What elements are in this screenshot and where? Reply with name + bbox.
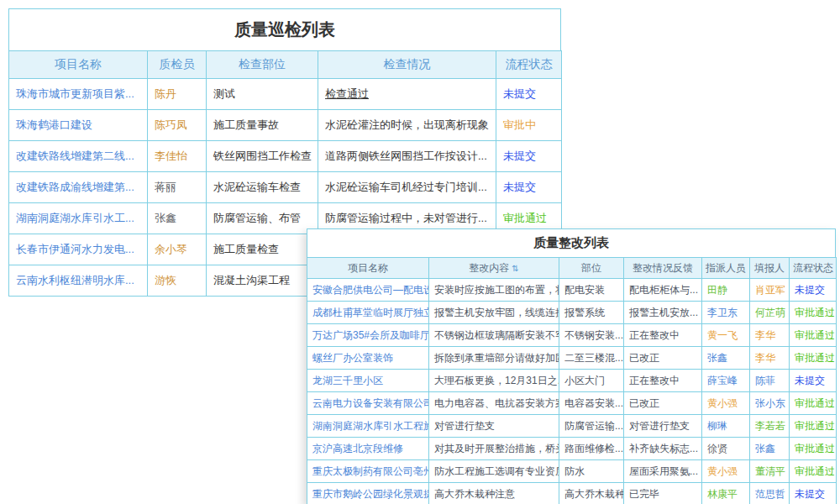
cell-inspector: 陈巧凤 xyxy=(148,110,207,141)
cell-content: 对管进行垫支 xyxy=(429,415,559,438)
cell-assignee: 张鑫 xyxy=(702,347,750,370)
column-header-content[interactable]: 整改内容⇅ xyxy=(429,258,559,279)
rectification-table-card: 质量整改列表 项目名称整改内容⇅部位整改情况反馈指派人员填报人流程状态 安徽合肥… xyxy=(307,228,836,504)
table-row: 改建铁路线增建第二线...李佳怡铁丝网围挡工作检查道路两侧铁丝网围挡工作按设计.… xyxy=(9,141,562,172)
cell-project: 成都杜甫草堂临时展厅独立展... xyxy=(307,302,429,324)
project-link[interactable]: 重庆太极制药有限公司亳州中... xyxy=(312,465,429,477)
cell-project: 改建铁路线增建第二线... xyxy=(9,141,148,172)
cell-assignee: 林康平 xyxy=(702,483,750,504)
cell-part: 防水 xyxy=(559,460,624,483)
project-link[interactable]: 成都杜甫草堂临时展厅独立展... xyxy=(312,307,429,318)
cell-status: 审批通过 xyxy=(790,392,837,415)
cell-part: 测试 xyxy=(207,79,318,110)
project-link[interactable]: 湖南洞庭湖水库引水工... xyxy=(16,212,134,224)
column-header-inspector: 质检员 xyxy=(148,51,207,79)
cell-part: 小区大门 xyxy=(559,370,624,392)
cell-feedback: 屋面采用聚氨... xyxy=(624,460,702,483)
column-header-feedback: 整改情况反馈 xyxy=(624,258,702,279)
cell-reporter: 何芷萌 xyxy=(750,302,790,324)
cell-part: 水泥砼运输车检查 xyxy=(207,172,318,203)
column-header-status: 流程状态 xyxy=(790,258,837,279)
cell-inspector: 陈丹 xyxy=(148,79,207,110)
cell-assignee: 黄小强 xyxy=(702,460,750,483)
cell-status: 审批通过 xyxy=(790,324,837,347)
project-link[interactable]: 云南电力设备安装有限公司20... xyxy=(312,397,429,409)
cell-project: 云南水利枢纽潜明水库... xyxy=(9,265,148,297)
table-row: 湖南洞庭湖水库引水工程施工1标对管进行垫支防腐管运输...对管进行垫支柳琳李若若… xyxy=(307,415,837,438)
column-header-part: 检查部位 xyxy=(207,51,318,79)
cell-project: 珠海市城市更新项目紫... xyxy=(9,79,148,110)
cell-feedback: 补齐缺失标志... xyxy=(624,438,702,460)
rectification-header-row: 项目名称整改内容⇅部位整改情况反馈指派人员填报人流程状态 xyxy=(307,258,837,279)
cell-project: 京沪高速北京段维修 xyxy=(307,438,429,460)
cell-part: 二至三楼混... xyxy=(559,347,624,370)
column-header-label: 质检员 xyxy=(160,57,195,71)
project-link[interactable]: 珠海鹤港口建设 xyxy=(16,118,92,131)
cell-content: 防水工程施工选调有专业资质... xyxy=(429,460,559,483)
cell-part: 施工质量检查 xyxy=(207,234,318,265)
cell-part: 电容器安装... xyxy=(559,392,624,415)
project-link[interactable]: 螺丝厂办公室装饰 xyxy=(312,352,393,364)
column-header-label: 项目名称 xyxy=(348,262,388,274)
cell-feedback: 已改正 xyxy=(624,347,702,370)
cell-situation: 道路两侧铁丝网围挡工作按设计... xyxy=(318,141,496,172)
cell-part: 报警系统 xyxy=(559,302,624,324)
cell-inspector: 李佳怡 xyxy=(148,141,207,172)
page: 质量巡检列表 项目名称质检员检查部位检查情况流程状态 珠海市城市更新项目紫...… xyxy=(0,0,840,504)
cell-feedback: 正在整改中 xyxy=(624,370,702,392)
cell-part: 高大乔木栽种 xyxy=(559,483,624,504)
column-header-project: 项目名称 xyxy=(9,51,148,79)
cell-situation: 水泥砼运输车司机经过专门培训... xyxy=(318,172,496,203)
cell-project: 湖南洞庭湖水库引水工... xyxy=(9,203,148,234)
cell-project: 安徽合肥供电公司—配电设备... xyxy=(307,279,429,302)
cell-feedback: 已完毕 xyxy=(624,483,702,504)
cell-project: 重庆市鹅岭公园绿化景观提升... xyxy=(307,483,429,504)
inspection-table-title: 质量巡检列表 xyxy=(8,8,561,50)
project-link[interactable]: 龙湖三千里小区 xyxy=(312,375,383,386)
column-header-assignee: 指派人员 xyxy=(702,258,750,279)
column-header-label: 项目名称 xyxy=(55,57,102,71)
table-row: 京沪高速北京段维修对其及时开展整治措施，桥头...路面维修检...补齐缺失标志.… xyxy=(307,438,837,460)
cell-project: 改建铁路成渝线增建第... xyxy=(9,172,148,203)
cell-situation: 检查通过 xyxy=(318,79,496,110)
project-link[interactable]: 改建铁路成渝线增建第... xyxy=(16,181,134,193)
cell-assignee: 李卫东 xyxy=(702,302,750,324)
cell-status: 未提交 xyxy=(496,172,562,203)
project-link[interactable]: 珠海市城市更新项目紫... xyxy=(16,87,134,100)
cell-status: 未提交 xyxy=(496,79,562,110)
cell-feedback: 对管进行垫支 xyxy=(624,415,702,438)
cell-part: 混凝土沟渠工程 xyxy=(207,265,318,297)
cell-assignee: 柳琳 xyxy=(702,415,750,438)
table-row: 改建铁路成渝线增建第...蒋丽水泥砼运输车检查水泥砼运输车司机经过专门培训...… xyxy=(9,172,562,203)
cell-reporter: 肖亚军 xyxy=(750,279,790,302)
cell-project: 湖南洞庭湖水库引水工程施工1标 xyxy=(307,415,429,438)
project-link[interactable]: 改建铁路线增建第二线... xyxy=(16,150,134,162)
table-row: 安徽合肥供电公司—配电设备...安装时应按施工图的布置，将...配电安装配电柜柜… xyxy=(307,279,837,302)
cell-status: 审批中 xyxy=(496,110,562,141)
column-header-label: 检查情况 xyxy=(384,57,431,71)
sort-icon[interactable]: ⇅ xyxy=(512,264,518,273)
cell-content: 报警主机安放牢固，线缆连接... xyxy=(429,302,559,324)
cell-status: 审批通过 xyxy=(790,460,837,483)
project-link[interactable]: 长春市伊通河水力发电... xyxy=(16,243,134,255)
column-header-status: 流程状态 xyxy=(496,51,562,79)
project-link[interactable]: 安徽合肥供电公司—配电设备... xyxy=(312,284,429,296)
cell-assignee: 田静 xyxy=(702,279,750,302)
cell-project: 长春市伊通河水力发电... xyxy=(9,234,148,265)
column-header-label: 整改内容 xyxy=(469,262,509,274)
project-link[interactable]: 云南水利枢纽潜明水库... xyxy=(16,274,134,286)
cell-reporter: 李若若 xyxy=(750,415,790,438)
project-link[interactable]: 湖南洞庭湖水库引水工程施工1标 xyxy=(312,420,429,432)
project-link[interactable]: 重庆市鹅岭公园绿化景观提升... xyxy=(312,488,429,500)
project-link[interactable]: 万达广场35#会所及咖啡厅空... xyxy=(312,329,429,341)
cell-status: 审批通过 xyxy=(790,302,837,324)
cell-assignee: 黄小强 xyxy=(702,392,750,415)
cell-part: 防腐管运输、布管 xyxy=(207,203,318,234)
cell-content: 大理石板更换，12月31日之... xyxy=(429,370,559,392)
cell-content: 高大乔木栽种注意 xyxy=(429,483,559,504)
inspection-header-row: 项目名称质检员检查部位检查情况流程状态 xyxy=(9,51,562,79)
table-row: 珠海鹤港口建设陈巧凤施工质量事故水泥砼灌注的时候，出现离析现象审批中 xyxy=(9,110,562,141)
project-link[interactable]: 京沪高速北京段维修 xyxy=(312,443,403,454)
column-header-label: 指派人员 xyxy=(706,262,746,274)
cell-status: 未提交 xyxy=(790,483,837,504)
